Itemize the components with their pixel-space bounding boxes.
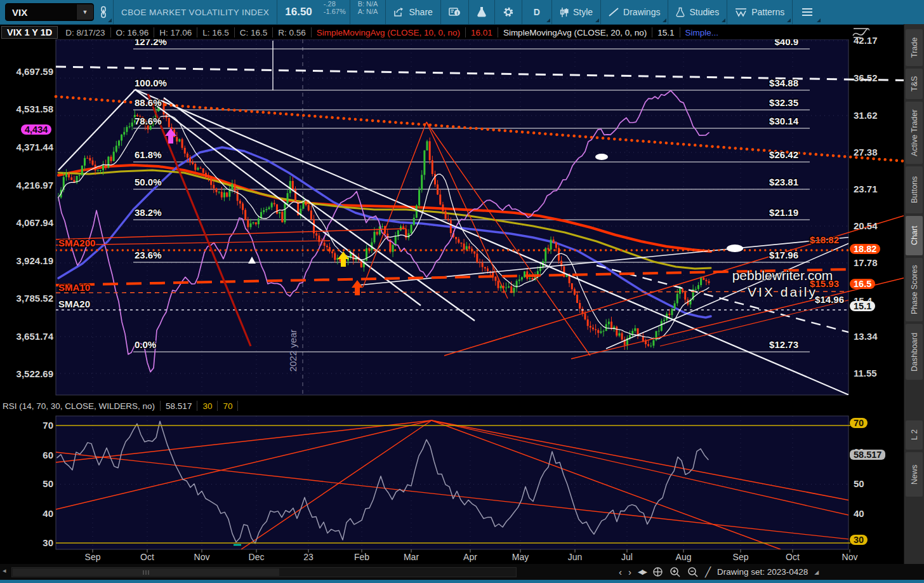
right-axis-label: 23.71 xyxy=(854,184,878,194)
comparison-price-badge: 4,434 xyxy=(21,124,51,135)
chart-header: VIX 1 Y 1D D: 8/17/23O: 16.96H: 17.06L: … xyxy=(0,25,904,39)
rsi-high-level: 70 xyxy=(217,401,237,411)
gadget-sidebar: TradeT&SActive TraderButtonsChartPhase S… xyxy=(904,24,924,580)
ohlc-fields: D: 8/17/23O: 16.96H: 17.06L: 16.5C: 16.5… xyxy=(60,27,311,37)
rsi-left-label: 40 xyxy=(0,508,53,519)
left-axis-label: 3,522.69 xyxy=(0,368,53,379)
rsi-left-label: 60 xyxy=(0,450,53,460)
draw-line-icon[interactable]: ╱ xyxy=(705,566,711,578)
sidebar-tab-buttons[interactable]: Buttons xyxy=(906,166,923,213)
svg-text:SMA20: SMA20 xyxy=(58,298,90,309)
ohlc-field: C: 16.5 xyxy=(234,27,273,37)
tos-chart-window: VIX ▼ CBOE MARKET VOLATILITY INDEX 16.50… xyxy=(0,0,924,583)
svg-text:$17.96: $17.96 xyxy=(769,250,798,260)
rsi-left-label: 30 xyxy=(0,537,53,548)
price-badge: 15.1 xyxy=(850,301,875,311)
rsi-study-label[interactable]: RSI (14, 70, 30, CLOSE, WILDERS, no) xyxy=(0,401,160,411)
sidebar-tab-trade[interactable]: Trade xyxy=(906,29,923,66)
svg-text:$34.88: $34.88 xyxy=(769,77,798,88)
left-axis-label: 3,785.52 xyxy=(0,293,53,304)
rsi-badge: 58.517 xyxy=(850,450,885,460)
month-label: 23 xyxy=(303,552,314,562)
rsi-low-level: 30 xyxy=(197,401,217,411)
sidebar-tab-chart[interactable]: Chart xyxy=(906,216,923,255)
svg-text:$12.73: $12.73 xyxy=(769,339,798,350)
svg-text:$14.96: $14.96 xyxy=(815,294,844,305)
month-label: Sep xyxy=(733,552,749,562)
sma20-value: 15.1 xyxy=(652,27,679,37)
svg-text:2022 year: 2022 year xyxy=(287,330,298,372)
month-label: Nov xyxy=(842,552,858,562)
step-forward-icon[interactable]: › xyxy=(628,566,631,577)
month-label: Oct xyxy=(786,552,800,562)
svg-text:23.6%: 23.6% xyxy=(135,250,162,260)
sidebar-tab-news[interactable]: News xyxy=(906,452,923,497)
month-label: Feb xyxy=(354,552,369,562)
svg-text:$23.81: $23.81 xyxy=(769,177,798,187)
ohlc-field: D: 8/17/23 xyxy=(60,27,110,37)
month-label: Nov xyxy=(194,552,210,562)
sidebar-tab-phase-scores[interactable]: Phase Scores xyxy=(906,258,923,321)
step-back-icon[interactable]: ‹ xyxy=(619,566,622,577)
svg-text:88.6%: 88.6% xyxy=(135,97,162,108)
zoom-out-icon[interactable] xyxy=(687,566,699,578)
pan-icon[interactable] xyxy=(652,566,663,577)
right-axis-label: 27.38 xyxy=(854,147,878,157)
right-axis-label: 11.55 xyxy=(854,368,877,379)
rsi-badge: 70 xyxy=(850,418,868,428)
window-edge xyxy=(0,580,924,583)
rsi-right-label: 50 xyxy=(854,478,864,489)
sma10-value: 16.01 xyxy=(465,27,498,37)
right-axis-label: 17.78 xyxy=(854,257,878,268)
right-axis-label: 20.54 xyxy=(854,220,878,231)
month-label: Oct xyxy=(140,552,154,562)
price-badge: 18.82 xyxy=(850,244,880,254)
rsi-header: RSI (14, 70, 30, CLOSE, WILDERS, no) 58.… xyxy=(0,399,904,413)
sidebar-tab-l-2[interactable]: L 2 xyxy=(906,420,923,450)
rsi-left-label: 70 xyxy=(0,420,53,431)
month-label: Aug xyxy=(676,552,692,562)
sidebar-tab-t-s[interactable]: T&S xyxy=(906,69,923,99)
drawing-set-expand-icon[interactable]: ◢ xyxy=(814,569,819,575)
more-studies-label[interactable]: Simple... xyxy=(680,27,724,37)
ohlc-field: R: 0.56 xyxy=(272,27,311,37)
left-axis-label: 4,371.44 xyxy=(0,142,53,152)
month-label: Jul xyxy=(621,552,633,562)
sma10-study-label[interactable]: SimpleMovingAvg (CLOSE, 10, 0, no) xyxy=(311,27,465,37)
svg-text:$21.19: $21.19 xyxy=(769,207,798,218)
ohlc-field: H: 17.06 xyxy=(154,27,197,37)
month-label: May xyxy=(512,552,529,562)
svg-text:$18.82: $18.82 xyxy=(810,234,839,245)
sma20-study-label[interactable]: SimpleMovingAvg (CLOSE, 20, 0, no) xyxy=(498,27,652,37)
right-axis-label: 13.34 xyxy=(854,331,878,342)
sidebar-tab-dashboard[interactable]: Dashboard xyxy=(906,324,923,380)
left-axis-label: 4,531.58 xyxy=(0,104,53,114)
svg-text:38.2%: 38.2% xyxy=(135,207,162,218)
ohlc-field: O: 16.96 xyxy=(110,27,154,37)
left-axis-label: 4,216.97 xyxy=(0,180,53,191)
rsi-right-label: 40 xyxy=(854,508,864,519)
horizontal-scrollbar[interactable] xyxy=(11,567,517,577)
month-label: Mar xyxy=(404,552,419,562)
month-label: Jun xyxy=(568,552,583,562)
fit-width-icon[interactable]: ◀▶ xyxy=(638,568,646,576)
time-axis[interactable]: SepOctNovDec23FebMarAprMayJunJulAugSepOc… xyxy=(0,552,904,565)
rsi-badge: 30 xyxy=(850,535,868,545)
zoom-in-icon[interactable] xyxy=(670,566,681,578)
month-label: Apr xyxy=(463,552,477,562)
drawing-set-label[interactable]: Drawing set: 2023-0428 xyxy=(717,567,808,577)
price-badge: 16.5 xyxy=(850,279,875,289)
scrollbar-thumb[interactable] xyxy=(13,568,279,576)
rsi-value: 58.517 xyxy=(160,401,197,411)
svg-text:SMA200: SMA200 xyxy=(58,238,95,248)
svg-text:VIX daily: VIX daily xyxy=(748,285,817,299)
svg-text:78.6%: 78.6% xyxy=(135,116,162,126)
svg-text:61.8%: 61.8% xyxy=(135,149,162,160)
scroll-left-arrow[interactable]: ◂ xyxy=(3,566,6,575)
sidebar-tab-active-trader[interactable]: Active Trader xyxy=(906,102,923,164)
left-axis-label: 3,651.74 xyxy=(0,331,53,342)
scale-mode-icon[interactable] xyxy=(851,27,871,43)
left-axis-label: 4,067.94 xyxy=(0,217,53,228)
chart-canvas[interactable]: 127.2%$40.9100.0%$34.8888.6%$32.3578.6%$… xyxy=(0,0,924,583)
month-label: Dec xyxy=(249,552,265,562)
